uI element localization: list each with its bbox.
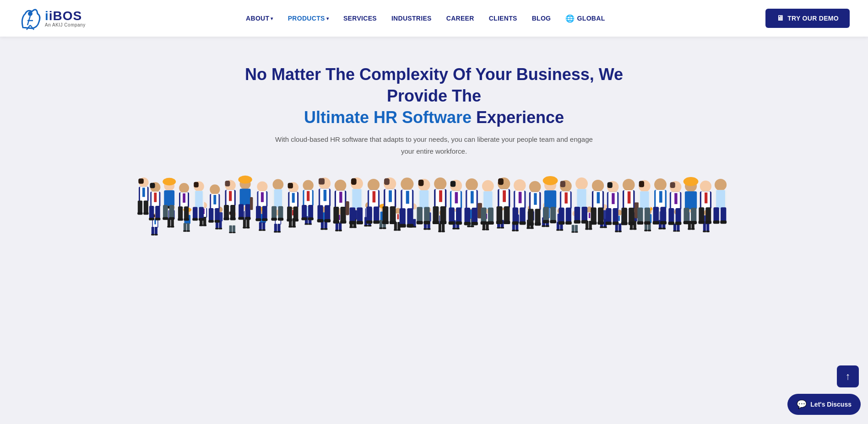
svg-rect-362 xyxy=(292,193,295,203)
svg-rect-208 xyxy=(560,230,563,231)
svg-rect-12 xyxy=(154,234,157,236)
svg-rect-349 xyxy=(262,206,267,220)
svg-rect-313 xyxy=(195,191,203,209)
svg-rect-582 xyxy=(705,221,711,224)
svg-rect-59 xyxy=(246,227,250,228)
svg-rect-474 xyxy=(496,221,503,225)
svg-rect-438 xyxy=(439,191,442,203)
svg-rect-389 xyxy=(333,207,339,221)
svg-rect-9 xyxy=(152,227,154,235)
svg-rect-63 xyxy=(259,222,262,230)
svg-rect-271 xyxy=(691,228,695,230)
svg-rect-587 xyxy=(721,208,726,222)
lets-discuss-button[interactable]: 💬 Let's Discuss xyxy=(787,394,861,415)
svg-rect-405 xyxy=(373,191,376,203)
svg-rect-351 xyxy=(262,219,267,221)
svg-rect-81 xyxy=(292,226,296,228)
svg-rect-283 xyxy=(144,201,148,213)
svg-rect-325 xyxy=(208,220,214,223)
svg-rect-496 xyxy=(543,207,548,221)
nav-clients[interactable]: CLIENTS xyxy=(483,11,524,26)
svg-rect-314 xyxy=(193,207,198,219)
svg-rect-180 xyxy=(500,227,504,229)
svg-rect-214 xyxy=(575,231,578,233)
svg-rect-27 xyxy=(187,223,190,231)
try-demo-button[interactable]: 🖥 TRY OUR DEMO xyxy=(765,9,850,28)
svg-point-551 xyxy=(654,178,667,191)
svg-rect-589 xyxy=(720,220,727,224)
svg-rect-520 xyxy=(597,192,600,204)
svg-rect-322 xyxy=(213,195,216,205)
svg-rect-439 xyxy=(433,206,439,222)
svg-rect-471 xyxy=(503,191,506,203)
svg-rect-388 xyxy=(339,192,342,203)
svg-rect-401 xyxy=(351,178,357,185)
svg-rect-383 xyxy=(324,219,331,222)
svg-rect-95 xyxy=(324,228,328,230)
nav-blog[interactable]: BLOG xyxy=(526,11,558,26)
svg-rect-579 xyxy=(699,208,704,222)
nav-career[interactable]: CAREER xyxy=(440,11,481,26)
svg-rect-586 xyxy=(713,208,719,222)
nav-services[interactable]: SERVICES xyxy=(337,11,383,26)
svg-rect-277 xyxy=(706,231,710,232)
svg-rect-447 xyxy=(449,208,454,223)
svg-rect-340 xyxy=(245,204,250,218)
svg-rect-511 xyxy=(577,189,586,209)
svg-rect-363 xyxy=(287,207,292,220)
svg-point-575 xyxy=(700,181,711,192)
svg-rect-550 xyxy=(639,181,644,188)
svg-rect-58 xyxy=(243,227,246,228)
svg-rect-306 xyxy=(183,193,185,203)
svg-rect-541 xyxy=(628,222,635,225)
svg-rect-457 xyxy=(472,208,477,223)
nav-industries[interactable]: INDUSTRIES xyxy=(385,11,438,26)
svg-rect-456 xyxy=(465,208,471,223)
svg-rect-545 xyxy=(640,192,649,209)
svg-rect-301 xyxy=(163,217,168,220)
svg-rect-43 xyxy=(215,228,218,230)
svg-rect-450 xyxy=(456,221,462,225)
hero-subtitle: With cloud-based HR software that adapts… xyxy=(274,134,594,157)
svg-rect-555 xyxy=(653,207,659,223)
svg-rect-186 xyxy=(515,230,519,231)
svg-rect-309 xyxy=(178,218,183,221)
svg-point-569 xyxy=(684,177,699,186)
nav-products[interactable]: PRODUCTS ▾ xyxy=(282,11,335,26)
svg-rect-562 xyxy=(674,193,677,204)
hero-title: No Matter The Complexity Of Your Busines… xyxy=(228,64,640,128)
svg-rect-522 xyxy=(598,208,603,223)
svg-rect-495 xyxy=(544,191,556,209)
svg-rect-117 xyxy=(368,225,371,227)
svg-rect-262 xyxy=(673,231,676,232)
svg-rect-371 xyxy=(307,191,309,201)
logo-icon xyxy=(18,5,42,32)
svg-rect-391 xyxy=(333,220,340,224)
svg-point-319 xyxy=(210,185,220,195)
svg-rect-263 xyxy=(677,231,680,232)
chevron-down-icon: ▾ xyxy=(326,16,329,21)
nav-about[interactable]: ABOUT ▾ xyxy=(239,11,280,26)
svg-point-0 xyxy=(28,11,33,16)
monitor-icon: 🖥 xyxy=(776,14,784,22)
svg-rect-417 xyxy=(390,221,396,225)
svg-rect-290 xyxy=(154,193,157,203)
svg-rect-257 xyxy=(662,228,666,230)
svg-rect-565 xyxy=(668,222,675,225)
svg-rect-213 xyxy=(571,231,575,233)
svg-rect-426 xyxy=(407,224,413,228)
svg-rect-482 xyxy=(520,208,525,223)
logo[interactable]: iiBOS An AKIJ Company xyxy=(18,5,86,32)
svg-rect-339 xyxy=(239,204,244,218)
scroll-top-button[interactable]: ↑ xyxy=(837,365,859,387)
svg-point-583 xyxy=(715,179,727,191)
logo-text: iiBOS An AKIJ Company xyxy=(45,10,86,27)
svg-rect-103 xyxy=(339,230,342,231)
svg-rect-202 xyxy=(546,225,549,227)
svg-rect-64 xyxy=(262,222,265,230)
nav-global[interactable]: 🌐 GLOBAL xyxy=(559,11,611,27)
logo-brand: iiBOS xyxy=(45,10,86,22)
svg-rect-397 xyxy=(350,208,356,222)
svg-rect-467 xyxy=(488,221,494,225)
svg-rect-292 xyxy=(155,206,160,219)
